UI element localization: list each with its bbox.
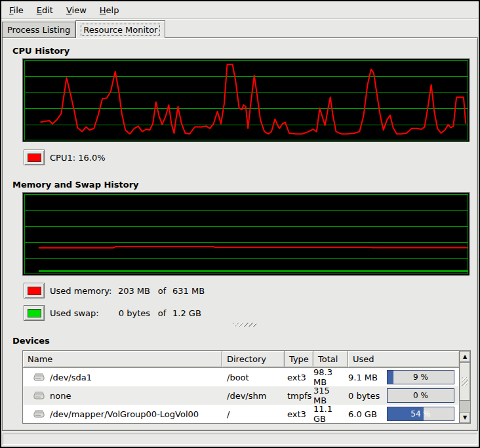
device-total: 315 MB bbox=[313, 386, 348, 405]
device-total: 98.3 MB bbox=[313, 368, 348, 386]
scrollbar-grip-icon bbox=[462, 377, 468, 386]
scroll-up-button[interactable]: ▲ bbox=[460, 351, 470, 362]
used-memory-color-swatch bbox=[28, 287, 41, 295]
memory-swap-graph bbox=[24, 194, 468, 274]
usage-progress-bar: 0 % bbox=[387, 388, 454, 403]
devices-scrollbar: ▲ ▼ bbox=[459, 351, 470, 423]
menubar: File Edit View Help bbox=[1, 1, 479, 19]
cpu1-color-swatch bbox=[28, 153, 41, 162]
statusbar bbox=[3, 434, 477, 445]
menu-file[interactable]: File bbox=[3, 2, 30, 18]
tab-process-listing[interactable]: Process Listing bbox=[2, 22, 75, 37]
used-swap-color-swatch bbox=[28, 309, 41, 317]
device-type: ext3 bbox=[285, 405, 313, 423]
memory-swap-chart bbox=[22, 192, 470, 276]
devices-table: Name Directory Type Total Used /dev/sda1 bbox=[22, 350, 471, 424]
used-memory-total: 631 MB bbox=[172, 286, 205, 296]
device-used: 6.0 GB bbox=[348, 409, 377, 419]
usage-percent-label: 0 % bbox=[388, 389, 454, 402]
used-swap-total: 1.2 GB bbox=[172, 308, 201, 318]
resource-monitor-page: CPU History CPU1: 16.0% Memory and Swap … bbox=[2, 37, 478, 431]
device-directory: /dev/shm bbox=[222, 386, 285, 405]
used-swap-label: Used swap: bbox=[50, 308, 113, 318]
scrollbar-trough[interactable] bbox=[460, 401, 470, 412]
used-memory-value: 203 MB bbox=[113, 286, 150, 296]
tab-bar: Process Listing Resource Monitor bbox=[2, 20, 165, 37]
used-swap-of: of bbox=[153, 308, 170, 318]
devices-table-header: Name Directory Type Total Used bbox=[23, 351, 459, 368]
used-memory-legend: Used memory: 203 MB of 631 MB bbox=[24, 283, 205, 298]
device-name: /dev/sda1 bbox=[50, 373, 92, 382]
used-memory-label: Used memory: bbox=[50, 286, 113, 296]
system-monitor-window: File Edit View Help Process Listing Reso… bbox=[0, 0, 480, 448]
drive-icon bbox=[33, 409, 45, 418]
cpu-history-chart bbox=[22, 58, 470, 142]
device-type: tmpfs bbox=[285, 386, 313, 405]
scrollbar-thumb[interactable] bbox=[460, 362, 470, 401]
cpu-history-graph bbox=[24, 60, 468, 140]
usage-progress-bar: 9 % bbox=[387, 370, 454, 384]
used-memory-color-button[interactable] bbox=[24, 283, 45, 298]
tab-resource-monitor[interactable]: Resource Monitor bbox=[75, 20, 165, 38]
scroll-down-button[interactable]: ▼ bbox=[460, 412, 470, 423]
pane-resize-grip[interactable] bbox=[233, 323, 256, 327]
device-name: /dev/mapper/VolGroup00-LogVol00 bbox=[50, 409, 199, 419]
cpu-legend: CPU1: 16.0% bbox=[24, 150, 106, 165]
device-used: 9.1 MB bbox=[348, 373, 378, 382]
used-swap-value: 0 bytes bbox=[113, 308, 150, 318]
column-header-type[interactable]: Type bbox=[285, 351, 313, 368]
menu-edit[interactable]: Edit bbox=[30, 2, 60, 18]
menu-help[interactable]: Help bbox=[93, 2, 126, 18]
column-header-total[interactable]: Total bbox=[313, 351, 348, 368]
drive-icon bbox=[33, 391, 45, 400]
arrow-down-icon: ▼ bbox=[463, 415, 467, 420]
device-row-none[interactable]: none /dev/shm tmpfs 315 MB 0 bytes 0 % bbox=[23, 386, 459, 405]
column-header-name[interactable]: Name bbox=[23, 351, 222, 368]
cpu-history-title: CPU History bbox=[12, 46, 70, 56]
usage-progress-bar: 54 % bbox=[387, 407, 454, 421]
device-type: ext3 bbox=[285, 368, 313, 386]
used-memory-of: of bbox=[153, 286, 170, 296]
column-header-used[interactable]: Used bbox=[348, 351, 459, 368]
cpu1-usage-label: CPU1: 16.0% bbox=[50, 153, 106, 163]
arrow-up-icon: ▲ bbox=[463, 354, 467, 359]
column-header-directory[interactable]: Directory bbox=[222, 351, 285, 368]
devices-title: Devices bbox=[12, 336, 50, 346]
device-name: none bbox=[50, 391, 71, 401]
menu-view[interactable]: View bbox=[60, 2, 93, 18]
device-directory: / bbox=[222, 405, 285, 423]
used-swap-color-button[interactable] bbox=[24, 305, 45, 321]
device-used: 0 bytes bbox=[348, 391, 380, 401]
drive-icon bbox=[33, 373, 45, 382]
memory-swap-title: Memory and Swap History bbox=[12, 180, 139, 190]
device-row-sda1[interactable]: /dev/sda1 /boot ext3 98.3 MB 9.1 MB 9 % bbox=[23, 368, 459, 386]
device-directory: /boot bbox=[222, 368, 285, 386]
usage-percent-label: 9 % bbox=[388, 371, 454, 384]
device-row-volgroup[interactable]: /dev/mapper/VolGroup00-LogVol00 / ext3 1… bbox=[23, 405, 459, 423]
cpu1-color-button[interactable] bbox=[24, 150, 45, 165]
device-total: 11.1 GB bbox=[313, 405, 348, 423]
usage-percent-label: 54 % bbox=[388, 407, 454, 420]
used-swap-legend: Used swap: 0 bytes of 1.2 GB bbox=[24, 305, 201, 321]
